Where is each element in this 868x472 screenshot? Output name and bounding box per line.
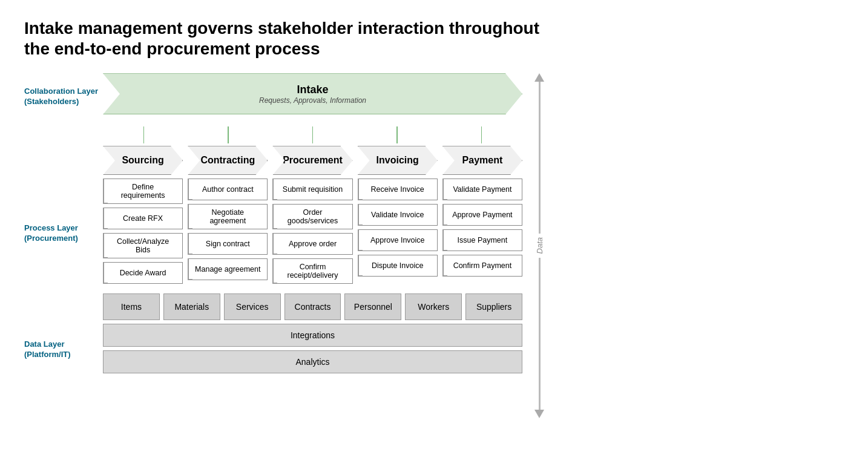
col-header-contracting: Contracting xyxy=(188,146,268,175)
data-item: Personnel xyxy=(344,293,401,320)
process-item: Order goods/services xyxy=(272,204,352,229)
data-item: Suppliers xyxy=(465,293,522,320)
data-layer-label: Data Layer (Platform/IT) xyxy=(24,333,103,418)
process-column-procurement: ProcurementSubmit requisitionOrder goods… xyxy=(272,146,352,284)
process-column-sourcing: SourcingDefine requirementsCreate RFXCol… xyxy=(103,146,183,284)
process-column-contracting: ContractingAuthor contractNegotiate agre… xyxy=(188,146,268,284)
data-item: Materials xyxy=(163,293,220,320)
process-column-invoicing: InvoicingReceive InvoiceValidate Invoice… xyxy=(358,146,438,284)
process-item: Receive Invoice xyxy=(358,179,438,200)
process-column-payment: PaymentValidate PaymentApprove PaymentIs… xyxy=(442,146,522,284)
process-item: Approve Invoice xyxy=(358,229,438,251)
data-arrow-line2 xyxy=(539,258,541,410)
col-header-sourcing: Sourcing xyxy=(103,146,183,175)
data-arrow-down xyxy=(534,410,544,418)
process-item: Confirm Payment xyxy=(442,255,522,277)
integrations-bar: Integrations xyxy=(103,324,522,347)
process-columns: SourcingDefine requirementsCreate RFXCol… xyxy=(103,146,522,284)
analytics-bar: Analytics xyxy=(103,350,522,373)
col-header-invoicing: Invoicing xyxy=(358,146,438,175)
process-layer-label: Process Layer (Procurement) xyxy=(24,128,103,333)
process-item: Manage agreement xyxy=(188,258,268,280)
process-item: Issue Payment xyxy=(442,229,522,251)
layer-labels: Collaboration Layer (Stakeholders) Proce… xyxy=(24,73,103,418)
collab-layer-label: Collaboration Layer (Stakeholders) xyxy=(24,73,103,128)
data-arrow-up xyxy=(534,73,544,82)
diagram-content: Intake Requests, Approvals, Information xyxy=(103,73,522,418)
intake-arrow: Intake Requests, Approvals, Information xyxy=(103,73,522,114)
process-item: Validate Invoice xyxy=(358,204,438,226)
col-header-payment: Payment xyxy=(442,146,522,175)
process-item: Create RFX xyxy=(103,208,183,229)
process-item: Approve order xyxy=(272,233,352,255)
process-item: Dispute Invoice xyxy=(358,255,438,277)
process-item: Validate Payment xyxy=(442,179,522,200)
process-item: Author contract xyxy=(188,179,268,200)
data-layer: ItemsMaterialsServicesContractsPersonnel… xyxy=(103,293,522,373)
data-item: Items xyxy=(103,293,160,320)
main-container: Intake management governs stakeholder in… xyxy=(24,18,844,418)
process-item: Approve Payment xyxy=(442,204,522,226)
process-item: Submit requisition xyxy=(272,179,352,200)
data-item: Workers xyxy=(405,293,462,320)
data-arrow-line xyxy=(539,82,541,234)
data-item: Services xyxy=(224,293,281,320)
intake-row: Intake Requests, Approvals, Information xyxy=(103,73,522,114)
data-arrow-label: Data xyxy=(535,237,544,254)
intake-subtitle: Requests, Approvals, Information xyxy=(259,96,366,105)
process-item: Confirm receipt/delivery xyxy=(272,258,352,284)
col-header-procurement: Procurement xyxy=(272,146,352,175)
intake-title: Intake xyxy=(297,84,328,96)
process-item: Collect/Analyze Bids xyxy=(103,233,183,258)
data-arrow: Data xyxy=(527,73,551,418)
process-item: Decide Award xyxy=(103,262,183,284)
data-items-row: ItemsMaterialsServicesContractsPersonnel… xyxy=(103,293,522,320)
page-title: Intake management governs stakeholder in… xyxy=(24,18,569,59)
process-item: Sign contract xyxy=(188,233,268,255)
process-item: Negotiate agreement xyxy=(188,204,268,229)
process-item: Define requirements xyxy=(103,179,183,204)
data-item: Contracts xyxy=(284,293,341,320)
